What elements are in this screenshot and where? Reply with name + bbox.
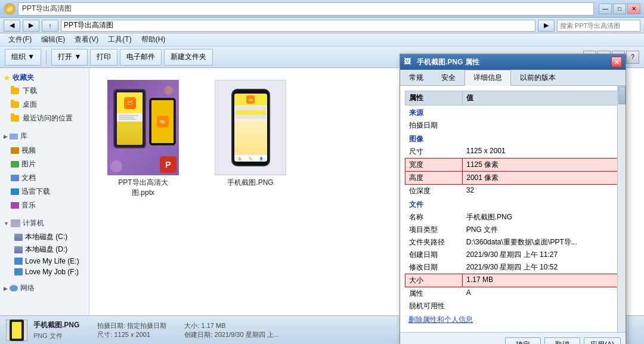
dialog-close-button[interactable]: ✕ [611,57,622,67]
file-item-png[interactable]: 🛍 🏠 [215,80,286,188]
drive-d[interactable]: 本地磁盘 (D:) [0,243,89,256]
print-button[interactable]: 打印 [90,49,117,66]
tab-general[interactable]: 常规 [400,70,432,86]
png-thumbnail: 🛍 🏠 [215,80,286,175]
toolbar-separator-1 [46,50,47,64]
phone-right: 🛍 [149,98,176,145]
sidebar-computer-header[interactable]: ▼ 计算机 [0,216,89,231]
tab-previous-versions[interactable]: 以前的版本 [511,70,565,86]
prop-date-modified: 修改日期 2021/9/30 星期四 上午 10:52 [405,261,621,274]
height-label: 高度 [405,172,463,185]
tab-details[interactable]: 详细信息 [465,70,511,86]
network-icon [10,285,18,292]
computer-label: 计算机 [23,218,44,228]
filename-value: 手机截图.PNG [463,211,621,224]
menu-help[interactable]: 帮助(H) [137,33,171,46]
organize-button[interactable]: 组织 ▼ [5,49,41,66]
pptx-thumbnail: 🐱 [107,80,179,175]
drive-c[interactable]: 本地磁盘 (C:) [0,231,89,243]
sidebar-library-section: ▶ 库 视频 图片 文档 迅雷下载 音乐 [0,129,89,212]
app-content [234,106,267,120]
sidebar-item-recent[interactable]: 最近访问的位置 [0,111,89,125]
sidebar-item-download[interactable]: 下载 [0,84,89,98]
menu-edit[interactable]: 编辑(E) [36,33,70,46]
sidebar-item-xunlei-label: 迅雷下载 [21,187,50,197]
address-input[interactable]: PPT导出高清图 [61,20,535,32]
sidebar-computer-section: ▼ 计算机 本地磁盘 (C:) 本地磁盘 (D:) Love My Life (… [0,216,89,277]
status-phone-screen [12,322,21,339]
bottom-nav: 🏠 🔍 👤 [234,154,267,162]
file-size-label: 大小 [405,274,463,287]
help-button[interactable]: ? [626,51,639,64]
address-bar: ◀ ▶ ↑ PPT导出高清图 ▶ [0,18,644,33]
line1 [119,115,138,116]
prop-bit-depth: 位深度 32 [405,185,621,198]
date-modified-label: 修改日期 [405,261,463,274]
new-folder-button[interactable]: 新建文件夹 [164,49,213,66]
back-button[interactable]: ◀ [4,20,20,32]
status-filename: 手机截图.PNG [33,320,79,330]
close-button[interactable]: ✕ [627,4,640,14]
sidebar-item-docs[interactable]: 文档 [0,171,89,185]
sidebar-item-pictures[interactable]: 图片 [0,157,89,171]
sidebar-item-recent-label: 最近访问的位置 [23,113,73,123]
phone-left: 🐱 [113,89,146,148]
cancel-button[interactable]: 取消 [544,337,580,344]
prop-file-path: 文件夹路径 D:\360data\重要数据\桌面\PPT导... [405,236,621,249]
prop-size: 尺寸 1125 x 2001 [405,145,621,159]
up-button[interactable]: ↑ [42,20,58,32]
apply-button[interactable]: 应用(A) [584,337,621,344]
drive-f[interactable]: Love My Job (F:) [0,266,89,277]
sidebar-item-desktop-label: 桌面 [23,100,37,110]
search-input[interactable] [557,20,640,32]
menu-tools[interactable]: 工具(T) [103,33,136,46]
tab-security[interactable]: 安全 [432,70,465,86]
sidebar-item-music[interactable]: 音乐 [0,199,89,212]
drive-e[interactable]: Love My Life (E:) [0,256,89,266]
phone-right-content: 🛍 [151,100,174,143]
drive-f-label: Love My Job (F:) [25,268,79,276]
dialog-scrollbar[interactable] [617,86,626,332]
email-button[interactable]: 电子邮件 [120,49,162,66]
open-button[interactable]: 打开 ▼ [51,49,88,66]
maximize-button[interactable]: □ [613,4,626,14]
deco-circle-2 [164,86,173,95]
date-created-value: 2021/9/30 星期四 上午 11:27 [463,249,621,261]
sidebar-library-header[interactable]: ▶ 库 [0,129,89,144]
search-go-button[interactable]: ▶ [538,20,555,32]
nav-icon-2: 🔍 [249,157,252,160]
sidebar: ★ 收藏夹 下载 桌面 最近访问的位置 ▶ 库 [0,68,89,315]
network-label: 网络 [20,283,35,293]
status-date: 拍摄日期: 指定拍摄日期 尺寸: 1125 x 2001 [97,321,166,339]
files-row: 🐱 [107,80,286,198]
window-icon: 📁 [4,3,16,15]
sidebar-item-video[interactable]: 视频 [0,144,89,157]
nav-icon-1: 🏠 [238,157,242,160]
file-path-label: 文件夹路径 [405,236,463,249]
docs-icon [11,175,19,181]
sidebar-network-header[interactable]: ▶ 网络 [0,281,89,296]
dialog-title: 手机截图.PNG 属性 [417,57,611,67]
prop-height: 高度 2001 像素 [405,172,621,185]
music-icon [11,202,19,209]
sidebar-item-desktop[interactable]: 桌面 [0,98,89,111]
col-property: 属性 [405,91,463,106]
filename-label: 名称 [405,211,463,224]
width-value: 1125 像素 [463,159,621,172]
file-type-label: 项目类型 [405,224,463,236]
forward-button[interactable]: ▶ [23,20,39,32]
remove-properties-link[interactable]: 删除属性和个人信息 [405,312,621,327]
minimize-button[interactable]: — [599,4,612,14]
file-item-pptx[interactable]: 🐱 [107,80,179,198]
status-dimensions: 尺寸: 1125 x 2001 [97,330,166,339]
menu-view[interactable]: 查看(V) [70,33,103,46]
status-thumbnail [6,320,27,341]
scroll-thumb[interactable] [618,86,626,104]
offline-value [463,300,621,312]
sidebar-item-xunlei[interactable]: 迅雷下载 [0,185,89,199]
sidebar-favorites-header[interactable]: ★ 收藏夹 [0,72,89,84]
ok-button[interactable]: 确定 [505,337,541,344]
prop-file-size: 大小 1.17 MB [405,274,621,287]
menu-file[interactable]: 文件(F) [4,33,36,46]
capture-date-label: 拍摄日期 [405,119,463,132]
